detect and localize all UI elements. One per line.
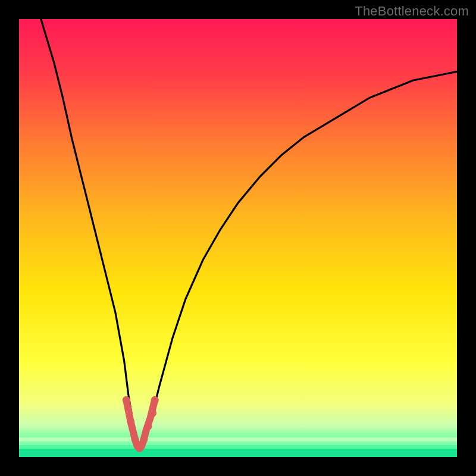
bottleneck-curve — [41, 19, 457, 448]
highlight-dot — [123, 396, 130, 404]
highlight-dot — [145, 422, 152, 430]
chart-frame: TheBottleneck.com — [0, 0, 476, 476]
curve-layer — [19, 19, 457, 457]
plot-area — [19, 19, 457, 457]
highlight-dot — [151, 396, 159, 404]
highlight-dot — [127, 418, 134, 426]
highlight-dot — [140, 436, 148, 443]
watermark-text: TheBottleneck.com — [355, 4, 469, 19]
highlight-dot — [136, 444, 143, 452]
highlight-dot — [131, 436, 139, 443]
highlight-dot — [149, 409, 156, 417]
